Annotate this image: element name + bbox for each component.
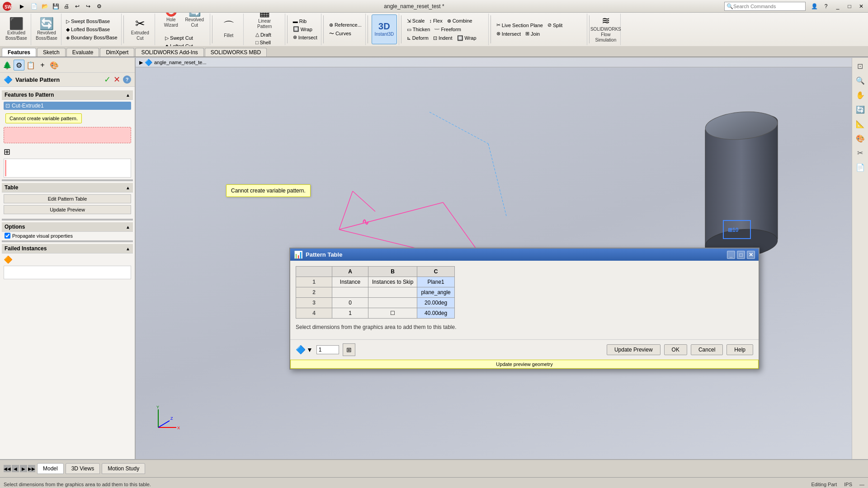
display-manager-btn[interactable]: 🎨 [49, 60, 60, 70]
row-3-b[interactable] [368, 298, 417, 308]
options-section-header[interactable]: Options ▲ [2, 222, 133, 232]
row-3-a[interactable]: 0 [332, 298, 368, 308]
pan-btn[interactable]: ✋ [854, 89, 867, 101]
extruded-boss-btn[interactable]: ⬛ ExtrudedBoss/Base [4, 14, 29, 44]
instant3d-btn[interactable]: 3D Instant3D [372, 14, 397, 44]
rib-btn[interactable]: ▬Rib [291, 18, 319, 25]
dim-xpert-btn[interactable]: + [37, 60, 48, 70]
config-manager-btn[interactable]: 📋 [25, 60, 36, 70]
cancel-dialog-btn[interactable]: Cancel [691, 344, 723, 355]
dialog-minimize-btn[interactable]: _ [727, 251, 735, 259]
minimize-btn[interactable]: _ [833, 1, 843, 11]
propagate-checkbox[interactable] [5, 233, 10, 239]
intersect2-btn[interactable]: ⊗Intersect [495, 30, 523, 38]
sw-icon-btn[interactable]: 🔷 [296, 345, 306, 355]
row-4-a[interactable]: 1 [332, 308, 368, 319]
hole-wizard-btn[interactable]: ⭕ HoleWizard [160, 13, 182, 33]
nav-last-btn[interactable]: ▶▶ [28, 465, 35, 472]
intersect-btn[interactable]: ⊗Intersect [291, 33, 319, 41]
zoom-fit-btn[interactable]: ⊡ [854, 60, 867, 72]
view-orient-btn[interactable]: 📐 [854, 117, 867, 130]
tab-3d-views[interactable]: 3D Views [66, 463, 100, 474]
tab-dimxpert[interactable]: DimXpert [100, 48, 134, 56]
save-btn[interactable]: 💾 [51, 1, 61, 11]
row-3-c[interactable]: 20.00deg [417, 298, 454, 308]
tab-evaluate[interactable]: Evaluate [66, 48, 99, 56]
view-palette-btn[interactable]: 📄 [854, 161, 867, 174]
flex-btn[interactable]: ↕Flex [427, 17, 444, 25]
boundary-boss-btn[interactable]: ◈Boundary Boss/Base [64, 34, 119, 42]
open-btn[interactable]: 📂 [40, 1, 50, 11]
tab-addins[interactable]: SOLIDWORKS Add-Ins [135, 48, 203, 56]
live-section-btn[interactable]: ✂Live Section Plane [495, 21, 545, 29]
expand-arrow[interactable]: ▶ [18, 1, 25, 12]
property-manager-btn[interactable]: ⚙ [14, 60, 24, 70]
tab-features[interactable]: Features [2, 48, 36, 56]
combine-btn[interactable]: ⊕Combine [445, 17, 474, 25]
freeform-btn[interactable]: 〰Freeform [433, 26, 463, 33]
wrap2-btn[interactable]: 🔲Wrap [455, 34, 478, 42]
sw-flow-btn[interactable]: ≋ SOLIDWORKSFlow Simulation [593, 14, 618, 44]
tab-motion-study[interactable]: Motion Study [102, 463, 145, 474]
tab-sketch[interactable]: Sketch [37, 48, 66, 56]
dialog-maximize-btn[interactable]: □ [737, 251, 745, 259]
swept-boss-btn[interactable]: ▷Swept Boss/Base [64, 18, 119, 25]
update-preview-btn[interactable]: Update Preview [4, 205, 131, 214]
ok-btn[interactable]: OK [664, 344, 687, 355]
display-style-btn[interactable]: 🎨 [854, 132, 867, 145]
row-4-c[interactable]: 40.00deg [417, 308, 454, 319]
nav-next-btn[interactable]: ▶ [20, 465, 27, 472]
search-input[interactable] [733, 4, 797, 9]
wrap-btn[interactable]: 🔲Wrap [291, 25, 319, 33]
help-dialog-btn[interactable]: Help [726, 344, 753, 355]
revolved-boss-btn[interactable]: 🔄 RevolvedBoss/Base [34, 14, 59, 44]
failed-section-header[interactable]: Failed Instances ▲ [2, 244, 133, 253]
thicken-btn[interactable]: ▭Thicken [405, 26, 432, 33]
zoom-area-btn[interactable]: 🔍 [854, 74, 867, 87]
instance-count-input[interactable] [316, 345, 339, 354]
close-btn[interactable]: ✕ [856, 1, 866, 11]
add-face-icon[interactable]: ⊞ [4, 147, 10, 157]
revolved-cut-btn[interactable]: 🔄 RevolvedCut [184, 13, 205, 33]
cut-extrude-item[interactable]: ⊡ Cut-Extrude1 [4, 102, 131, 110]
join-btn[interactable]: ⊞Join [524, 30, 542, 38]
nav-prev-btn[interactable]: ◀ [12, 465, 19, 472]
solidworks-logo[interactable]: SW [2, 1, 14, 12]
dialog-close-btn[interactable]: ✕ [747, 251, 755, 259]
empty-feature-slot[interactable] [4, 127, 131, 143]
help-icon[interactable]: ? [821, 1, 831, 11]
curves-btn[interactable]: 〜Curves [327, 29, 363, 38]
extruded-cut-btn[interactable]: ✂ ExtrudedCut [127, 14, 153, 44]
rotate-btn[interactable]: 🔄 [854, 103, 867, 116]
user-icon[interactable]: 👤 [809, 1, 819, 11]
shell-btn[interactable]: □Shell [254, 39, 276, 46]
undo-btn[interactable]: ↩ [72, 1, 82, 11]
scale-btn[interactable]: ⇲Scale [405, 17, 427, 25]
row-4-b[interactable]: ☐ [368, 308, 417, 319]
draft-btn[interactable]: △Draft [254, 31, 276, 38]
section-view-btn[interactable]: ✂ [854, 146, 867, 159]
confirm-btn[interactable]: ✓ [104, 75, 111, 84]
cancel-btn[interactable]: ✕ [113, 75, 120, 84]
nav-first-btn[interactable]: ◀◀ [4, 465, 11, 472]
lofted-boss-btn[interactable]: ◆Lofted Boss/Base [64, 26, 119, 33]
lofted-cut-btn[interactable]: ◆Lofted Cut [163, 42, 202, 47]
arrow-btn[interactable]: ▼ [307, 346, 313, 353]
features-section-header[interactable]: Features to Pattern ▲ [2, 90, 133, 100]
tab-mbd[interactable]: SOLIDWORKS MBD [205, 48, 267, 56]
search-box[interactable]: 🔍 [724, 2, 806, 11]
help-icon[interactable]: ? [123, 75, 131, 84]
swept-cut-btn[interactable]: ▷Swept Cut [163, 34, 202, 42]
new-btn[interactable]: 📄 [29, 1, 39, 11]
failed-input[interactable] [4, 266, 131, 279]
edit-pattern-table-btn[interactable]: Edit Pattern Table [4, 194, 131, 203]
linear-pattern-btn[interactable]: ▦ LinearPattern [252, 13, 277, 31]
tab-model[interactable]: Model [37, 463, 64, 474]
update-preview-dialog-btn[interactable]: Update Preview [607, 344, 660, 355]
print-btn[interactable]: 🖨 [61, 1, 71, 11]
reference-btn[interactable]: ⊕Reference... [327, 21, 363, 29]
redo-btn[interactable]: ↪ [83, 1, 93, 11]
feature-manager-btn[interactable]: 🌲 [2, 60, 13, 70]
table-section-header[interactable]: Table ▲ [2, 183, 133, 192]
maximize-btn[interactable]: □ [844, 1, 854, 11]
